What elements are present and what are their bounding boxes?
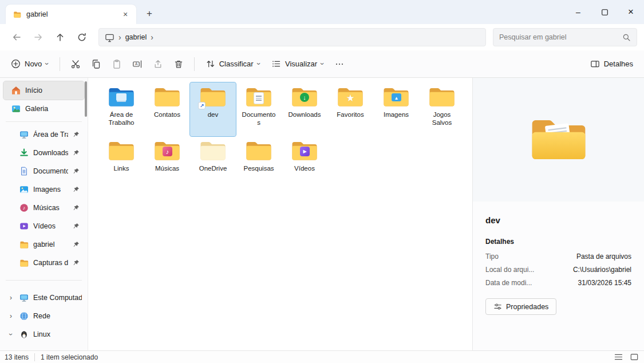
- file-item-label: Documentos: [241, 111, 276, 127]
- breadcrumb-item[interactable]: gabriel: [125, 33, 147, 41]
- sidebar-item-inicio[interactable]: Início: [3, 81, 84, 100]
- new-tab-button[interactable]: +: [142, 6, 157, 21]
- more-options-button[interactable]: [330, 54, 349, 74]
- details-row-tipo: Tipo Pasta de arquivos: [485, 252, 631, 261]
- file-item-label: Contatos: [154, 111, 180, 119]
- file-item-dev[interactable]: ↗ dev: [190, 82, 236, 136]
- chevron-right-icon[interactable]: ›: [7, 312, 15, 320]
- sidebar-item-musicas[interactable]: Músicas: [3, 199, 84, 217]
- details-row-local: Local do arqui... C:\Usuários\gabriel: [485, 266, 631, 274]
- sort-icon: [206, 59, 215, 69]
- minimize-button[interactable]: –: [565, 0, 591, 24]
- details-row-label: Data de modi...: [485, 279, 532, 287]
- sidebar-item-downloads[interactable]: Downloads: [3, 144, 84, 162]
- explorer-tab[interactable]: gabriel ×: [6, 5, 136, 24]
- file-item-label: Músicas: [155, 164, 179, 172]
- file-item-contatos[interactable]: Contatos: [144, 82, 190, 136]
- details-row-value: 31/03/2026 15:45: [578, 279, 631, 287]
- forward-icon: [33, 32, 44, 42]
- sidebar-divider: [6, 121, 82, 122]
- copy-button[interactable]: [86, 54, 106, 74]
- forward-button[interactable]: [29, 28, 48, 46]
- file-item-links[interactable]: Links: [98, 136, 144, 190]
- back-button[interactable]: [7, 28, 26, 46]
- file-item-area-de-trabalho[interactable]: Área de Trabalho: [98, 82, 144, 136]
- search-icon: [622, 33, 631, 42]
- file-item-onedrive[interactable]: OneDrive: [190, 136, 236, 190]
- sidebar-item-rede[interactable]: › Rede: [3, 307, 84, 325]
- refresh-button[interactable]: [72, 28, 92, 46]
- delete-button[interactable]: [169, 54, 188, 74]
- sidebar-scrollbar-thumb[interactable]: [85, 81, 87, 117]
- maximize-icon: [602, 9, 608, 15]
- maximize-button[interactable]: [591, 0, 618, 24]
- documents-icon: [19, 167, 29, 176]
- sidebar-item-capturas-de-tela[interactable]: Capturas de Tela: [3, 254, 84, 272]
- sidebar-item-label: Downloads: [33, 149, 68, 157]
- search-input[interactable]: [499, 33, 619, 41]
- details-pane-toggle[interactable]: Detalhes: [585, 55, 638, 73]
- search-box[interactable]: [493, 28, 637, 46]
- music-note-glyph: ♪: [163, 147, 172, 156]
- file-item-downloads[interactable]: ↓ Downloads: [282, 82, 327, 136]
- sidebar-item-galeria[interactable]: Galeria: [3, 100, 84, 118]
- file-item-imagens[interactable]: ▲ Imagens: [373, 82, 419, 136]
- breadcrumb-chevron-icon[interactable]: ›: [151, 33, 153, 42]
- linux-icon: [19, 330, 29, 339]
- sidebar-item-label: Vídeos: [33, 222, 68, 230]
- home-icon: [11, 86, 21, 95]
- address-bar[interactable]: › gabriel ›: [98, 28, 486, 46]
- music-icon: [19, 203, 29, 212]
- close-button[interactable]: ×: [618, 0, 644, 24]
- chevron-down-icon: ›: [319, 62, 326, 65]
- sidebar-item-linux[interactable]: › Linux: [3, 325, 84, 344]
- file-item-musicas[interactable]: ♪ Músicas: [144, 136, 190, 190]
- selection-count: 1 item selecionado: [41, 353, 98, 361]
- large-icons-view-button[interactable]: [629, 353, 639, 362]
- file-item-favoritos[interactable]: ★ Favoritos: [327, 82, 373, 136]
- details-rows: Tipo Pasta de arquivos Local do arqui...…: [485, 252, 631, 287]
- file-item-label: Imagens: [384, 111, 409, 119]
- refresh-icon: [77, 32, 87, 42]
- folder-grid: Área de Trabalho Contatos ↗ dev: [98, 82, 472, 190]
- paste-button[interactable]: [107, 54, 127, 74]
- document-glyph: [254, 93, 263, 104]
- ellipsis-icon: [334, 59, 345, 69]
- file-item-videos[interactable]: ▶ Vídeos: [282, 136, 327, 190]
- details-preview: [473, 78, 644, 202]
- sidebar-item-documentos[interactable]: Documentos: [3, 162, 84, 180]
- share-button[interactable]: [148, 54, 168, 74]
- sidebar-item-gabriel[interactable]: gabriel: [3, 235, 84, 254]
- sidebar-divider: [6, 280, 82, 281]
- this-pc-icon: [105, 33, 114, 42]
- file-item-jogos-salvos[interactable]: Jogos Salvos: [419, 82, 465, 136]
- chevron-right-icon[interactable]: ›: [7, 294, 15, 302]
- cut-button[interactable]: [66, 54, 85, 74]
- file-item-documentos[interactable]: Documentos: [236, 82, 282, 136]
- sidebar-item-videos[interactable]: Vídeos: [3, 217, 84, 235]
- sort-button[interactable]: Classificar ›: [200, 55, 265, 73]
- view-button[interactable]: Visualizar ›: [266, 55, 329, 73]
- sidebar-item-label: Capturas de Tela: [33, 259, 68, 267]
- sort-button-label: Classificar: [219, 60, 254, 68]
- toolbar-divider: [194, 57, 195, 71]
- chevron-down-icon[interactable]: ›: [7, 330, 15, 338]
- properties-button[interactable]: Propriedades: [485, 298, 556, 315]
- up-button[interactable]: [50, 28, 70, 46]
- folder-icon: [108, 139, 135, 162]
- folder-icon: [13, 10, 22, 18]
- details-row-value: C:\Usuários\gabriel: [573, 266, 631, 274]
- tab-close-icon[interactable]: ×: [119, 8, 132, 21]
- sidebar-item-area-de-trabalho[interactable]: Área de Trabalho: [3, 125, 84, 144]
- sidebar-item-imagens[interactable]: Imagens: [3, 180, 84, 199]
- sidebar-item-label: Galeria: [25, 105, 82, 113]
- window-controls: – ×: [565, 0, 644, 24]
- sidebar-item-este-computador[interactable]: › Este Computador: [3, 289, 84, 307]
- sidebar-item-label: Este Computador: [33, 294, 82, 302]
- details-view-button[interactable]: [613, 353, 623, 362]
- svg-text:A: A: [135, 62, 138, 66]
- file-item-pesquisas[interactable]: Pesquisas: [236, 136, 282, 190]
- videos-icon: [19, 222, 29, 231]
- new-button[interactable]: Novo ›: [6, 55, 54, 73]
- rename-button[interactable]: A: [128, 54, 147, 74]
